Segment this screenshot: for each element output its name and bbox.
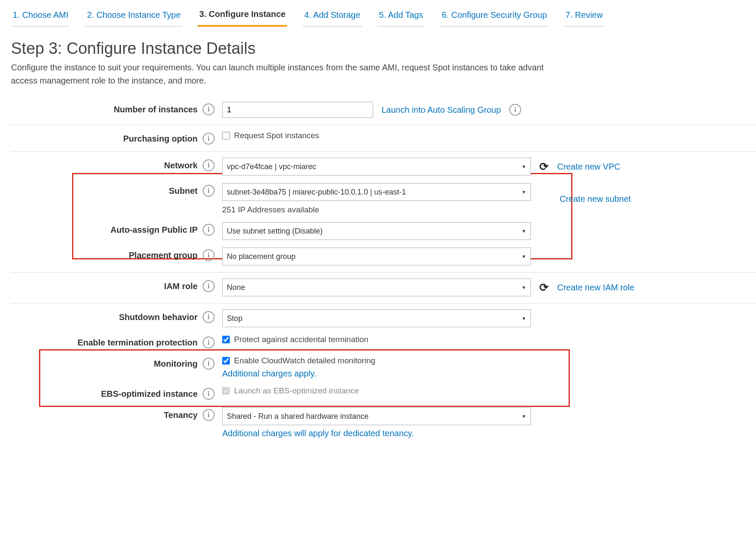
info-icon[interactable]: i bbox=[203, 103, 215, 115]
wizard-step-choose-ami[interactable]: 1. Choose AMI bbox=[11, 6, 70, 27]
page-title: Step 3: Configure Instance Details bbox=[11, 39, 756, 58]
subnet-select[interactable]: subnet-3e48ba75 | miarec-public-10.0.1.0… bbox=[222, 183, 531, 201]
label-purchasing-option: Purchasing option bbox=[123, 134, 198, 144]
info-icon[interactable]: i bbox=[203, 133, 215, 145]
info-icon[interactable]: i bbox=[203, 311, 215, 323]
network-select[interactable]: vpc-d7e4fcae | vpc-miarec bbox=[222, 158, 531, 175]
create-vpc-link[interactable]: Create new VPC bbox=[557, 162, 620, 172]
wizard-step-add-storage[interactable]: 4. Add Storage bbox=[302, 6, 362, 27]
page-subtitle: Configure the instance to suit your requ… bbox=[11, 61, 756, 87]
refresh-icon[interactable]: ⟳ bbox=[539, 282, 549, 293]
label-network: Network bbox=[164, 161, 198, 170]
termination-protection-label: Protect against accidental termination bbox=[234, 335, 368, 344]
info-icon[interactable]: i bbox=[203, 159, 215, 171]
number-of-instances-input[interactable] bbox=[222, 102, 373, 118]
launch-auto-scaling-link[interactable]: Launch into Auto Scaling Group bbox=[382, 105, 501, 115]
termination-protection-checkbox[interactable] bbox=[222, 336, 230, 343]
tenancy-select[interactable]: Shared - Run a shared hardware instance bbox=[222, 407, 531, 425]
refresh-icon[interactable]: ⟳ bbox=[539, 161, 549, 172]
monitoring-label: Enable CloudWatch detailed monitoring bbox=[234, 356, 375, 365]
request-spot-label: Request Spot instances bbox=[234, 131, 319, 140]
wizard-step-configure-instance[interactable]: 3. Configure Instance bbox=[198, 5, 287, 27]
info-icon[interactable]: i bbox=[203, 358, 215, 370]
info-icon[interactable]: i bbox=[203, 388, 215, 400]
info-icon[interactable]: i bbox=[203, 280, 215, 292]
request-spot-checkbox[interactable] bbox=[222, 132, 230, 139]
info-icon[interactable]: i bbox=[203, 409, 215, 421]
info-icon[interactable]: i bbox=[509, 104, 521, 116]
label-tenancy: Tenancy bbox=[164, 410, 198, 420]
label-iam-role: IAM role bbox=[164, 281, 198, 291]
ebs-optimized-label: Launch as EBS-optimized instance bbox=[234, 386, 359, 395]
shutdown-behavior-select[interactable]: Stop bbox=[222, 309, 531, 327]
label-subnet: Subnet bbox=[169, 186, 198, 196]
label-shutdown-behavior: Shutdown behavior bbox=[119, 312, 198, 322]
monitoring-charges-link[interactable]: Additional charges apply. bbox=[222, 369, 375, 379]
label-number-of-instances: Number of instances bbox=[114, 105, 198, 114]
wizard-step-add-tags[interactable]: 5. Add Tags bbox=[377, 6, 425, 27]
label-monitoring: Monitoring bbox=[154, 359, 198, 369]
monitoring-checkbox[interactable] bbox=[222, 357, 230, 365]
tenancy-charges-link[interactable]: Additional charges will apply for dedica… bbox=[222, 429, 531, 438]
label-termination-protection: Enable termination protection bbox=[78, 338, 198, 348]
label-auto-assign-ip: Auto-assign Public IP bbox=[110, 225, 198, 235]
iam-role-select[interactable]: None bbox=[222, 278, 531, 296]
info-icon[interactable]: i bbox=[203, 185, 215, 197]
wizard-step-review[interactable]: 7. Review bbox=[564, 6, 605, 27]
create-subnet-link[interactable]: Create new subnet bbox=[560, 194, 631, 204]
subnet-helper-text: 251 IP Addresses available bbox=[222, 205, 531, 214]
auto-assign-ip-select[interactable]: Use subnet setting (Disable) bbox=[222, 222, 531, 240]
info-icon[interactable]: i bbox=[203, 337, 215, 348]
info-icon[interactable]: i bbox=[203, 224, 215, 236]
wizard-step-choose-instance-type[interactable]: 2. Choose Instance Type bbox=[85, 6, 182, 27]
create-iam-role-link[interactable]: Create new IAM role bbox=[557, 283, 634, 292]
placement-group-select[interactable]: No placement group bbox=[222, 248, 531, 265]
ebs-optimized-checkbox bbox=[222, 387, 230, 395]
info-icon[interactable]: i bbox=[203, 249, 215, 261]
label-placement-group: Placement group bbox=[129, 251, 198, 260]
wizard-steps: 1. Choose AMI 2. Choose Instance Type 3.… bbox=[0, 0, 756, 27]
label-ebs-optimized: EBS-optimized instance bbox=[101, 389, 198, 399]
wizard-step-configure-security-group[interactable]: 6. Configure Security Group bbox=[440, 6, 549, 27]
